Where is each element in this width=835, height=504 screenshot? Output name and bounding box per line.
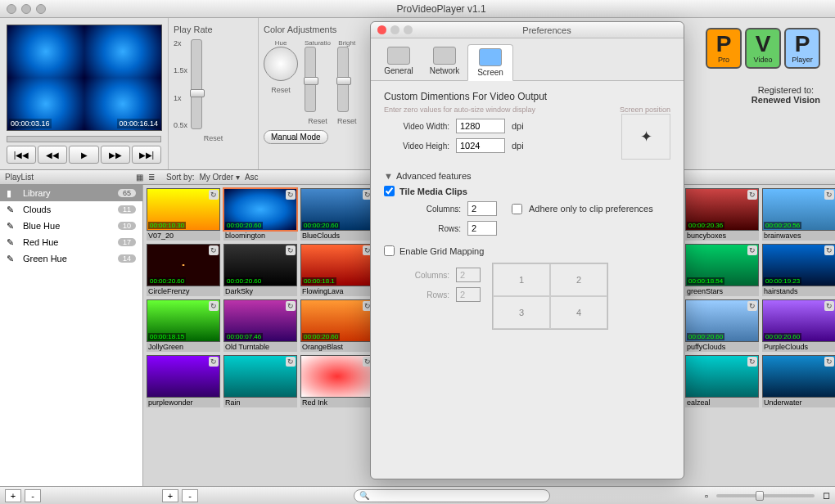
width-input[interactable] (456, 119, 505, 133)
loop-icon[interactable]: ↻ (824, 301, 834, 311)
quad-4[interactable]: 4 (550, 296, 607, 329)
advanced-disclosure[interactable]: ▼Advanced features (384, 171, 670, 181)
clip-thumb[interactable]: ↻ (147, 355, 220, 398)
remove-clip-button[interactable]: - (182, 489, 198, 502)
sat-slider[interactable] (305, 47, 316, 112)
clip-JollyGreen[interactable]: 00:00:18.15↻JollyGreen (147, 299, 220, 352)
zoom-slider[interactable] (716, 494, 815, 497)
tile-checkbox[interactable] (384, 186, 395, 196)
sidebar-item-blue-hue[interactable]: ✎Blue Hue10 (0, 218, 142, 234)
loop-icon[interactable]: ↻ (747, 357, 757, 367)
clip-Old Turntable[interactable]: 00:00:07.46↻Old Turntable (223, 299, 297, 352)
clip-thumb[interactable]: 00:00:20.60↻ (300, 299, 374, 342)
loop-icon[interactable]: ↻ (747, 190, 757, 200)
clip-ealzeal[interactable]: ↻ealzeal (685, 355, 759, 407)
clip-thumb[interactable]: 00:00:19.23↻ (762, 244, 835, 286)
clip-thumb[interactable]: 00:00:20.36↻ (685, 188, 759, 231)
loop-icon[interactable]: ↻ (824, 190, 834, 200)
search-input[interactable]: 🔍 (354, 489, 550, 502)
gridmap-checkbox[interactable] (384, 245, 395, 256)
clip-FlowingLava[interactable]: 00:00:18.1↻FlowingLava (300, 244, 374, 296)
clip-thumb[interactable]: 00:00:18.54↻ (685, 244, 759, 286)
play-button[interactable]: ▶ (69, 146, 98, 164)
remove-playlist-button[interactable]: - (25, 489, 41, 502)
grid-map-preview[interactable]: 1 2 3 4 (492, 263, 608, 330)
sort-direction[interactable]: Asc (245, 173, 259, 182)
clip-thumb[interactable]: 00:00:20.60↻ (223, 244, 297, 286)
playrate-reset[interactable]: Reset (174, 134, 253, 142)
tile-rows-input[interactable] (467, 221, 497, 236)
clip-thumb[interactable]: ↻ (762, 355, 835, 398)
clip-thumb[interactable]: 00:00:10.30↻ (147, 188, 220, 231)
loop-icon[interactable]: ↻ (824, 357, 834, 367)
adhere-checkbox[interactable] (512, 204, 522, 214)
loop-icon[interactable]: ↻ (747, 301, 757, 311)
loop-icon[interactable]: ↻ (286, 245, 296, 255)
clip-brainwaves[interactable]: 00:00:20.56↻brainwaves (762, 188, 835, 241)
clip-V07_20[interactable]: 00:00:10.30↻V07_20 (147, 188, 220, 241)
clip-puffyClouds[interactable]: 00:00:20.60↻puffyClouds (685, 299, 759, 352)
rewind-button[interactable]: ◀◀ (38, 146, 67, 164)
close-icon[interactable] (7, 4, 16, 14)
height-input[interactable] (456, 138, 505, 153)
view-grid-icon[interactable]: ▦ (136, 173, 143, 182)
quad-3[interactable]: 3 (493, 296, 550, 329)
clip-DarkSky[interactable]: 00:00:20.60↻DarkSky (223, 244, 297, 296)
loop-icon[interactable]: ↻ (209, 245, 219, 255)
clip-purplewonder[interactable]: ↻purplewonder (147, 355, 220, 407)
sidebar-item-clouds[interactable]: ✎Clouds11 (0, 201, 142, 218)
tab-screen[interactable]: Screen (467, 44, 513, 81)
bri-slider[interactable] (337, 47, 349, 112)
loop-icon[interactable]: ↻ (286, 301, 296, 311)
clip-thumb[interactable]: 00:00:20.60↻ (762, 299, 835, 342)
loop-icon[interactable]: ↻ (747, 245, 757, 255)
clip-thumb[interactable]: 00:00:20.60↻ (147, 244, 220, 286)
scrub-bar[interactable] (7, 136, 161, 142)
clip-thumb[interactable]: 00:00:20.60↻ (685, 299, 759, 342)
clip-Red Ink[interactable]: ↻Red Ink (300, 355, 374, 407)
playrate-slider[interactable] (191, 39, 202, 129)
clip-greenStars[interactable]: 00:00:18.54↻greenStars (685, 244, 759, 296)
next-button[interactable]: ▶▶| (132, 146, 161, 164)
loop-icon[interactable]: ↻ (209, 301, 219, 311)
clip-thumb[interactable]: ↻ (300, 355, 374, 398)
clip-CircleFrenzy[interactable]: 00:00:20.60↻CircleFrenzy (147, 244, 220, 296)
tab-network[interactable]: Network (422, 43, 467, 80)
prefs-minimize-icon[interactable] (390, 25, 399, 34)
tile-cols-input[interactable] (467, 201, 497, 216)
clip-thumb[interactable]: ↻ (685, 355, 759, 398)
sidebar-item-red-hue[interactable]: ✎Red Hue17 (0, 234, 142, 250)
clip-thumb[interactable]: 00:00:07.46↻ (223, 299, 297, 342)
forward-button[interactable]: ▶▶ (101, 146, 130, 164)
sidebar-item-green-hue[interactable]: ✎Green Hue14 (0, 250, 142, 267)
sidebar-item-library[interactable]: ▮Library65 (0, 185, 142, 201)
minimize-icon[interactable] (21, 4, 31, 14)
clip-thumb[interactable]: 00:00:18.1↻ (300, 244, 374, 286)
tab-general[interactable]: General (376, 43, 422, 80)
clip-BlueClouds[interactable]: 00:00:20.60↻BlueClouds (300, 188, 374, 241)
bri-reset[interactable]: Reset (337, 117, 357, 125)
clip-thumb[interactable]: 00:00:20.60↻ (223, 188, 297, 231)
hue-dial[interactable] (264, 47, 298, 81)
loop-icon[interactable]: ↻ (209, 190, 219, 200)
clip-Underwater[interactable]: ↻Underwater (762, 355, 835, 407)
prev-button[interactable]: |◀◀ (7, 146, 36, 164)
add-clip-button[interactable]: + (162, 489, 178, 502)
clip-thumb[interactable]: 00:00:18.15↻ (147, 299, 220, 342)
clip-thumb[interactable]: ↻ (223, 355, 297, 398)
loop-icon[interactable]: ↻ (824, 245, 834, 255)
clip-Rain[interactable]: ↻Rain (223, 355, 297, 407)
quad-2[interactable]: 2 (550, 263, 607, 296)
clip-thumb[interactable]: 00:00:20.56↻ (762, 188, 835, 231)
clip-OrangeBlast[interactable]: 00:00:20.60↻OrangeBlast (300, 299, 374, 352)
clip-PurpleClouds[interactable]: 00:00:20.60↻PurpleClouds (762, 299, 835, 352)
prefs-zoom-icon[interactable] (404, 25, 413, 34)
loop-icon[interactable]: ↻ (286, 190, 296, 200)
sat-reset[interactable]: Reset (305, 117, 331, 125)
loop-icon[interactable]: ↻ (209, 357, 219, 367)
clip-hairstands[interactable]: 00:00:19.23↻hairstands (762, 244, 835, 296)
prefs-close-icon[interactable] (377, 25, 386, 34)
loop-icon[interactable]: ↻ (286, 357, 296, 367)
view-list-icon[interactable]: ≣ (148, 173, 155, 182)
sort-dropdown[interactable]: My Order ▾ (199, 173, 239, 182)
